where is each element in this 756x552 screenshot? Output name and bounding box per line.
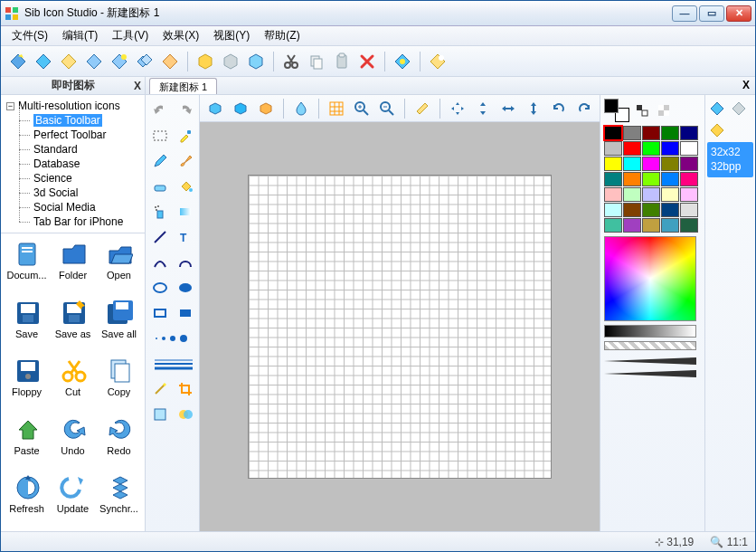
save-diamond-icon[interactable] xyxy=(82,50,106,73)
hue-picker[interactable] xyxy=(604,236,696,321)
library-item[interactable]: Folder xyxy=(51,237,95,290)
color-swatch[interactable] xyxy=(623,187,641,202)
swatch-grid[interactable] xyxy=(604,126,701,233)
eraser-icon[interactable] xyxy=(148,175,172,198)
menu-edit[interactable]: 编辑(T) xyxy=(57,26,103,45)
library-item[interactable]: Open xyxy=(97,237,141,290)
open-diamond-icon[interactable] xyxy=(57,50,80,73)
library-item[interactable]: Cut xyxy=(51,354,95,406)
tree-item[interactable]: Perfect Toolbar xyxy=(3,128,143,142)
format-item[interactable]: 32x32 32bpp xyxy=(707,142,753,177)
library-item[interactable]: Save as xyxy=(51,296,95,348)
color-swatch[interactable] xyxy=(604,141,622,156)
maximize-button[interactable]: ▭ xyxy=(699,5,724,22)
delete-x-icon[interactable] xyxy=(355,50,379,73)
box-gray-icon[interactable] xyxy=(219,50,242,73)
add-format-icon[interactable] xyxy=(707,99,727,119)
undo-arrow-icon[interactable] xyxy=(148,99,172,122)
size-sliders[interactable] xyxy=(604,354,696,381)
color-swatch[interactable] xyxy=(661,172,679,186)
tree-item[interactable]: 3d Social xyxy=(3,186,143,200)
menu-effects[interactable]: 效果(X) xyxy=(157,26,204,45)
fill-bucket-icon[interactable] xyxy=(174,175,197,198)
library-item[interactable]: Paste xyxy=(5,413,49,465)
settings-diamond-icon[interactable] xyxy=(426,50,449,73)
color-swatch[interactable] xyxy=(661,218,679,233)
color-swatch[interactable] xyxy=(680,203,698,217)
move-tool-icon[interactable] xyxy=(148,403,172,426)
rotate-cw-icon[interactable] xyxy=(572,97,596,120)
flip-v-icon[interactable] xyxy=(522,97,545,120)
color-swatch[interactable] xyxy=(623,203,641,217)
menu-help[interactable]: 帮助(Z) xyxy=(259,26,305,45)
tree-item[interactable]: Database xyxy=(3,157,143,171)
magic-wand-icon[interactable] xyxy=(148,377,172,401)
close-button[interactable]: ✕ xyxy=(726,5,751,22)
lib-close-icon[interactable]: X xyxy=(134,80,141,92)
menu-file[interactable]: 文件(S) xyxy=(6,26,53,45)
saveall-diamond-icon[interactable] xyxy=(133,50,156,73)
zoom-out-icon[interactable] xyxy=(375,97,399,120)
drop-icon[interactable] xyxy=(289,97,313,120)
line-icon[interactable] xyxy=(148,225,172,249)
color-swatch[interactable] xyxy=(642,187,660,202)
ellipse-outline-icon[interactable] xyxy=(148,276,172,300)
redo-arrow-icon[interactable] xyxy=(174,99,197,122)
icon-tree[interactable]: −Multi-resolution icons Basic Toolbar Pe… xyxy=(1,95,145,233)
library-item[interactable]: Redo xyxy=(97,413,141,465)
tree-item[interactable]: Social Media xyxy=(3,200,143,214)
box-yellow-icon[interactable] xyxy=(194,50,217,73)
text-icon[interactable]: T xyxy=(174,225,197,249)
copy-gray-icon[interactable] xyxy=(305,50,328,73)
color-replace-icon[interactable] xyxy=(174,403,197,426)
library-item[interactable]: Synchr... xyxy=(97,471,141,523)
color-swatch[interactable] xyxy=(604,126,622,140)
tree-root[interactable]: −Multi-resolution icons xyxy=(3,99,143,113)
color-swatch[interactable] xyxy=(623,157,641,171)
fg-bg-swatch[interactable] xyxy=(604,99,629,122)
new-library-icon[interactable] xyxy=(32,50,55,73)
format-options-icon[interactable] xyxy=(707,120,727,140)
library-item[interactable]: Refresh xyxy=(5,471,49,523)
remove-format-icon[interactable] xyxy=(729,99,749,119)
grid-toggle-icon[interactable] xyxy=(325,97,348,120)
color-swatch[interactable] xyxy=(680,218,698,233)
tree-item[interactable]: Standard xyxy=(3,142,143,157)
library-item[interactable]: Save xyxy=(5,296,49,348)
curve-icon[interactable] xyxy=(148,251,172,274)
pixel-grid-canvas[interactable] xyxy=(248,175,552,479)
color-swatch[interactable] xyxy=(604,157,622,171)
library-item[interactable]: Floppy xyxy=(5,354,49,406)
rotate-ccw-icon[interactable] xyxy=(547,97,571,120)
saveas-diamond-icon[interactable] xyxy=(108,50,131,73)
pencil-icon[interactable] xyxy=(148,149,172,173)
library-item[interactable]: Undo xyxy=(51,413,95,465)
tree-item[interactable]: Tab Bar for iPhone xyxy=(3,214,143,229)
cube2-icon[interactable] xyxy=(229,97,252,120)
transparency-icon[interactable] xyxy=(655,101,673,119)
lightness-slider[interactable] xyxy=(604,325,696,338)
color-swatch[interactable] xyxy=(604,218,622,233)
tabs-close-icon[interactable]: X xyxy=(742,79,750,91)
minimize-button[interactable]: — xyxy=(672,5,697,22)
color-swatch[interactable] xyxy=(623,172,641,186)
color-swatch[interactable] xyxy=(623,141,641,156)
tree-item[interactable]: Basic Toolbar xyxy=(3,113,143,128)
document-tab[interactable]: 新建图标 1 xyxy=(149,78,217,94)
library-item[interactable]: Docum... xyxy=(5,237,49,290)
color-swatch[interactable] xyxy=(661,203,679,217)
rect-fill-icon[interactable] xyxy=(174,301,197,325)
color-swatch[interactable] xyxy=(642,157,660,171)
cube3-icon[interactable] xyxy=(254,97,278,120)
gradient-icon[interactable] xyxy=(174,200,197,224)
icon-library[interactable]: Docum...FolderOpenSaveSave asSave allFlo… xyxy=(1,233,145,531)
crop-icon[interactable] xyxy=(174,377,197,401)
eyedropper-icon[interactable] xyxy=(174,124,197,148)
color-swatch[interactable] xyxy=(604,172,622,186)
color-swatch[interactable] xyxy=(661,157,679,171)
color-swatch[interactable] xyxy=(623,218,641,233)
cube1-icon[interactable] xyxy=(203,97,227,120)
brush-icon[interactable] xyxy=(174,149,197,173)
library-item[interactable]: Save all xyxy=(97,296,141,348)
color-swatch[interactable] xyxy=(642,172,660,186)
